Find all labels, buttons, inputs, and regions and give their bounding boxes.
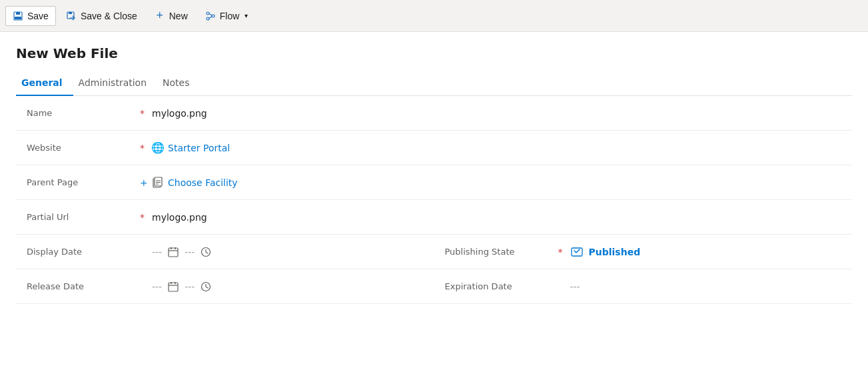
publishing-state-required: * <box>558 247 566 257</box>
save-label: Save <box>27 11 49 21</box>
publishing-state-link[interactable]: Published <box>589 247 641 257</box>
display-date-empty2: --- <box>185 247 195 257</box>
svg-rect-19 <box>169 283 178 291</box>
publishing-state-label: Publishing State <box>434 247 554 257</box>
name-row: Name * mylogo.png <box>16 96 852 131</box>
globe-icon: 🌐 <box>152 142 164 154</box>
partial-url-value-container: mylogo.png <box>152 212 852 223</box>
name-value-container: mylogo.png <box>152 108 852 119</box>
publishing-state-half: Publishing State * Published <box>434 245 853 259</box>
save-close-icon <box>66 11 77 21</box>
publishing-state-value: Published <box>570 245 853 259</box>
release-date-row: Release Date --- --- <box>16 269 852 304</box>
website-required: * <box>140 143 148 153</box>
partial-url-row: Partial Url * mylogo.png <box>16 200 852 235</box>
parent-page-value-container: Choose Facility <box>152 177 852 189</box>
flow-label: Flow <box>220 11 240 21</box>
partial-url-required: * <box>140 212 148 223</box>
display-date-label: Display Date <box>16 247 136 257</box>
expiration-date-empty: --- <box>570 281 580 292</box>
parent-page-row: Parent Page + Choose Facility <box>16 165 852 200</box>
parent-page-label: Parent Page <box>16 177 136 187</box>
tabs: General Administration Notes <box>16 72 852 96</box>
release-date-calendar-icon[interactable] <box>167 281 179 293</box>
flow-chevron-icon: ▾ <box>244 12 248 19</box>
page-content: New Web File General Administration Note… <box>0 32 868 304</box>
name-required: * <box>140 108 148 119</box>
published-icon <box>570 245 584 259</box>
display-date-spacer <box>140 247 148 257</box>
tab-general[interactable]: General <box>16 72 73 96</box>
svg-rect-1 <box>16 12 20 15</box>
new-button[interactable]: + New <box>147 6 195 26</box>
display-date-value: --- --- <box>152 246 434 258</box>
display-date-half: Display Date --- --- <box>16 246 434 258</box>
display-date-row: Display Date --- --- <box>16 235 852 269</box>
expiration-date-value: --- <box>570 281 853 292</box>
website-value-container: 🌐 Starter Portal <box>152 142 852 154</box>
expiration-date-label: Expiration Date <box>434 281 554 291</box>
display-date-clock-icon <box>200 246 212 258</box>
flow-button[interactable]: Flow ▾ <box>198 6 256 26</box>
svg-rect-2 <box>15 17 21 19</box>
parent-page-link[interactable]: Choose Facility <box>168 177 238 188</box>
expiration-date-half: Expiration Date --- <box>434 281 853 292</box>
name-label: Name <box>16 108 136 118</box>
website-label: Website <box>16 143 136 153</box>
release-date-value: --- --- <box>152 281 434 293</box>
flow-icon <box>205 11 216 21</box>
plus-icon: + <box>155 11 165 21</box>
parent-page-required: + <box>140 177 148 188</box>
partial-url-value[interactable]: mylogo.png <box>152 212 207 223</box>
svg-rect-9 <box>155 177 162 186</box>
website-link[interactable]: Starter Portal <box>168 143 230 153</box>
svg-point-6 <box>212 15 215 17</box>
release-date-half: Release Date --- --- <box>16 281 434 293</box>
svg-rect-4 <box>69 12 72 14</box>
display-date-calendar-icon[interactable] <box>167 246 179 258</box>
pages-icon <box>152 177 164 189</box>
svg-point-7 <box>207 17 209 20</box>
save-close-label: Save & Close <box>81 11 137 21</box>
expiration-date-spacer <box>558 281 566 292</box>
tab-administration[interactable]: Administration <box>73 72 157 96</box>
release-date-clock-icon <box>200 281 212 293</box>
release-date-label: Release Date <box>16 281 136 291</box>
partial-url-label: Partial Url <box>16 212 136 222</box>
save-button[interactable]: Save <box>5 6 56 26</box>
form-area: Name * mylogo.png Website * 🌐 Starter Po… <box>16 96 852 304</box>
toolbar: Save Save & Close + New Flow ▾ <box>0 0 868 32</box>
name-value[interactable]: mylogo.png <box>152 108 207 119</box>
svg-point-5 <box>207 12 209 15</box>
page-title: New Web File <box>16 45 852 61</box>
release-date-spacer <box>140 281 148 292</box>
website-row: Website * 🌐 Starter Portal <box>16 131 852 165</box>
save-close-button[interactable]: Save & Close <box>59 6 145 26</box>
release-date-empty2: --- <box>185 281 195 292</box>
display-date-empty1: --- <box>152 247 162 257</box>
new-label: New <box>169 11 188 21</box>
svg-rect-13 <box>169 248 178 257</box>
tab-notes[interactable]: Notes <box>157 72 200 96</box>
save-icon <box>13 11 23 21</box>
release-date-empty1: --- <box>152 281 162 292</box>
